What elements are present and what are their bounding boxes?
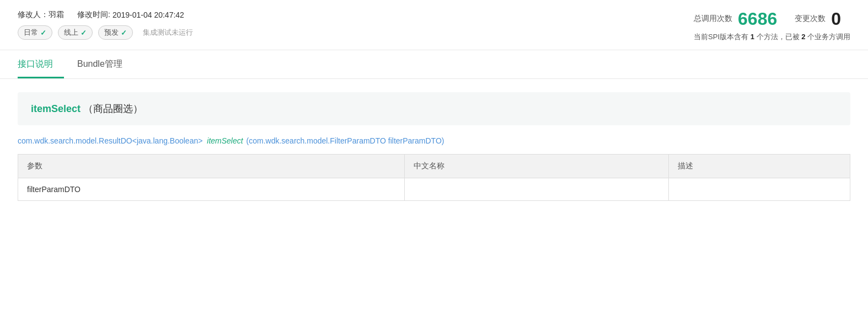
integration-text: 集成测试未运行 (143, 28, 193, 38)
params-table: 参数 中文名称 描述 filterParamDTO (18, 154, 850, 201)
method-desc: （商品圈选） (83, 103, 143, 114)
tag-online[interactable]: 线上 ✓ (58, 25, 93, 40)
tag-daily-label: 日常 (24, 28, 38, 38)
modify-time-label: 修改时间: (77, 10, 110, 20)
signature-row: com.wdk.search.model.ResultDO<java.lang.… (18, 136, 850, 145)
col-header-param: 参数 (18, 155, 405, 178)
spi-callers: 2 (801, 33, 805, 41)
table-header-row: 参数 中文名称 描述 (18, 155, 850, 178)
top-bar: 修改人：羽霜 修改时间: 2019-01-04 20:47:42 日常 ✓ 线上… (0, 0, 868, 50)
sig-name: itemSelect (207, 136, 243, 145)
tag-preview-label: 预发 (104, 28, 119, 38)
tab-interface-desc[interactable]: 接口说明 (18, 50, 64, 78)
tab-bundle-manage[interactable]: Bundle管理 (77, 50, 133, 78)
change-count-label: 变更次数 (795, 14, 826, 24)
method-section: itemSelect （商品圈选） (18, 92, 850, 125)
col-header-chinese: 中文名称 (404, 155, 669, 178)
table-row: filterParamDTO (18, 178, 850, 201)
right-content: 总调用次数 6686 变更次数 0 当前SPI版本含有 1 个方法，已被 2 个… (694, 10, 850, 42)
method-name: itemSelect (31, 103, 81, 114)
stats-row: 总调用次数 6686 变更次数 0 (694, 10, 841, 28)
total-calls-value: 6686 (738, 10, 777, 28)
tabs-row: 接口说明 Bundle管理 (0, 50, 868, 79)
total-calls-label: 总调用次数 (694, 14, 732, 24)
modifier-label: 修改人：羽霜 (18, 10, 64, 20)
modify-time-value: 2019-01-04 20:47:42 (112, 10, 184, 19)
spi-desc: 当前SPI版本含有 1 个方法，已被 2 个业务方调用 (694, 32, 850, 42)
tag-daily-check: ✓ (40, 29, 46, 37)
spi-desc-pre: 当前SPI版本含有 (694, 33, 748, 41)
cell-desc (669, 178, 850, 201)
cell-chinese-name (404, 178, 669, 201)
main-content: itemSelect （商品圈选） com.wdk.search.model.R… (0, 79, 868, 214)
sig-return: com.wdk.search.model.ResultDO<java.lang.… (18, 136, 202, 145)
change-count-block: 变更次数 0 (795, 10, 841, 28)
spi-end: 个业务方调用 (807, 33, 850, 41)
tag-online-label: 线上 (64, 28, 78, 38)
modify-time: 修改时间: 2019-01-04 20:47:42 (77, 10, 184, 20)
cell-param: filterParamDTO (18, 178, 405, 201)
change-count-value: 0 (831, 10, 841, 28)
spi-mid: 个方法，已被 (757, 33, 800, 41)
tag-row: 日常 ✓ 线上 ✓ 预发 ✓ 集成测试未运行 (18, 25, 193, 40)
method-title: itemSelect （商品圈选） (31, 102, 837, 115)
tag-online-check: ✓ (81, 29, 87, 37)
spi-methods: 1 (751, 33, 754, 41)
meta-info: 修改人：羽霜 修改时间: 2019-01-04 20:47:42 (18, 10, 193, 20)
total-calls-block: 总调用次数 6686 (694, 10, 777, 28)
tag-daily[interactable]: 日常 ✓ (18, 25, 52, 40)
tag-preview[interactable]: 预发 ✓ (98, 25, 133, 40)
col-header-desc: 描述 (669, 155, 850, 178)
top-left-info: 修改人：羽霜 修改时间: 2019-01-04 20:47:42 日常 ✓ 线上… (18, 10, 193, 40)
sig-params: (com.wdk.search.model.FilterParamDTO fil… (247, 136, 444, 145)
tag-preview-check: ✓ (121, 29, 127, 37)
